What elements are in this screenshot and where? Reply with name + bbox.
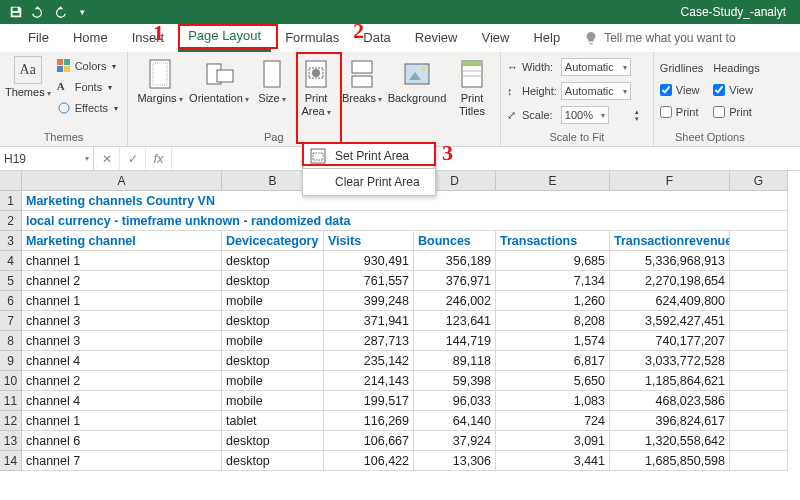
tab-help[interactable]: Help bbox=[523, 26, 570, 51]
cell[interactable]: Transactionrevenue bbox=[610, 231, 730, 251]
cell[interactable]: desktop bbox=[222, 271, 324, 291]
cell[interactable]: 3,592,427,451 bbox=[610, 311, 730, 331]
cell[interactable]: 399,248 bbox=[324, 291, 414, 311]
cell[interactable]: channel 1 bbox=[22, 411, 222, 431]
cell[interactable]: channel 7 bbox=[22, 451, 222, 471]
headings-print-checkbox[interactable]: Print bbox=[713, 106, 759, 118]
cell[interactable]: 3,441 bbox=[496, 451, 610, 471]
qat-customize[interactable]: ▾ bbox=[72, 2, 92, 22]
cell[interactable]: 199,517 bbox=[324, 391, 414, 411]
cell[interactable] bbox=[730, 271, 788, 291]
row-header[interactable]: 6 bbox=[0, 291, 22, 311]
cell[interactable]: 371,941 bbox=[324, 311, 414, 331]
col-header[interactable]: G bbox=[730, 171, 788, 191]
tab-data[interactable]: Data bbox=[353, 26, 400, 51]
row-header[interactable]: 14 bbox=[0, 451, 22, 471]
cell[interactable]: 1,320,558,642 bbox=[610, 431, 730, 451]
clear-print-area-item[interactable]: Clear Print Area bbox=[303, 169, 435, 195]
cell[interactable]: 144,719 bbox=[414, 331, 496, 351]
cell[interactable] bbox=[730, 371, 788, 391]
tab-page-layout[interactable]: Page Layout bbox=[178, 24, 271, 52]
themes-button[interactable]: Themes bbox=[5, 86, 51, 100]
cell[interactable]: Bounces bbox=[414, 231, 496, 251]
cell[interactable]: 6,817 bbox=[496, 351, 610, 371]
cell[interactable]: 106,422 bbox=[324, 451, 414, 471]
effects-button[interactable]: Effects▾ bbox=[53, 98, 122, 118]
row-header[interactable]: 1 bbox=[0, 191, 22, 211]
cell[interactable]: 37,924 bbox=[414, 431, 496, 451]
cell[interactable] bbox=[730, 431, 788, 451]
col-header[interactable]: E bbox=[496, 171, 610, 191]
cell[interactable]: Transactions bbox=[496, 231, 610, 251]
cell[interactable] bbox=[730, 311, 788, 331]
tab-review[interactable]: Review bbox=[405, 26, 468, 51]
cell[interactable]: Marketing channel bbox=[22, 231, 222, 251]
cell[interactable]: mobile bbox=[222, 291, 324, 311]
breaks-button[interactable]: Breaks bbox=[340, 54, 384, 108]
cell[interactable]: mobile bbox=[222, 331, 324, 351]
name-box[interactable]: H19 bbox=[0, 147, 94, 170]
cell[interactable]: channel 2 bbox=[22, 371, 222, 391]
cell[interactable]: desktop bbox=[222, 311, 324, 331]
cell[interactable]: 235,142 bbox=[324, 351, 414, 371]
cell[interactable]: channel 1 bbox=[22, 251, 222, 271]
cell[interactable]: channel 4 bbox=[22, 391, 222, 411]
cell[interactable]: channel 4 bbox=[22, 351, 222, 371]
formula-input[interactable] bbox=[172, 147, 800, 170]
cell[interactable]: 396,824,617 bbox=[610, 411, 730, 431]
cell[interactable]: channel 1 bbox=[22, 291, 222, 311]
save-button[interactable] bbox=[6, 2, 26, 22]
row-header[interactable]: 4 bbox=[0, 251, 22, 271]
orientation-button[interactable]: Orientation bbox=[188, 54, 250, 108]
col-header[interactable]: F bbox=[610, 171, 730, 191]
cell[interactable]: Visits bbox=[324, 231, 414, 251]
cell[interactable] bbox=[730, 391, 788, 411]
cell[interactable]: 89,118 bbox=[414, 351, 496, 371]
cell[interactable]: Devicecategory bbox=[222, 231, 324, 251]
cell[interactable]: 356,189 bbox=[414, 251, 496, 271]
cell[interactable] bbox=[730, 411, 788, 431]
tab-formulas[interactable]: Formulas bbox=[275, 26, 349, 51]
height-input[interactable]: Automatic bbox=[561, 82, 631, 100]
row-header[interactable]: 2 bbox=[0, 211, 22, 231]
cell[interactable] bbox=[730, 451, 788, 471]
cell[interactable]: 9,685 bbox=[496, 251, 610, 271]
tab-home[interactable]: Home bbox=[63, 26, 118, 51]
cell[interactable]: desktop bbox=[222, 251, 324, 271]
cell[interactable] bbox=[730, 231, 788, 251]
cell[interactable]: 624,409,800 bbox=[610, 291, 730, 311]
cell[interactable] bbox=[730, 251, 788, 271]
cell[interactable]: 106,667 bbox=[324, 431, 414, 451]
cell[interactable]: 214,143 bbox=[324, 371, 414, 391]
cell[interactable]: 468,023,586 bbox=[610, 391, 730, 411]
cell[interactable]: 740,177,207 bbox=[610, 331, 730, 351]
set-print-area-item[interactable]: Set Print Area bbox=[303, 143, 435, 169]
size-button[interactable]: Size bbox=[252, 54, 292, 108]
cell[interactable] bbox=[730, 331, 788, 351]
cell[interactable]: 123,641 bbox=[414, 311, 496, 331]
cell[interactable]: desktop bbox=[222, 431, 324, 451]
gridlines-view-checkbox[interactable]: View bbox=[660, 84, 703, 96]
fonts-button[interactable]: AFonts▾ bbox=[53, 77, 122, 97]
print-area-button[interactable]: Print Area bbox=[294, 54, 338, 121]
tell-me[interactable]: Tell me what you want to bbox=[584, 31, 735, 45]
cell[interactable]: 376,971 bbox=[414, 271, 496, 291]
row-header[interactable]: 11 bbox=[0, 391, 22, 411]
cell[interactable]: 8,208 bbox=[496, 311, 610, 331]
cell[interactable]: 3,033,772,528 bbox=[610, 351, 730, 371]
cell[interactable]: desktop bbox=[222, 451, 324, 471]
row-header[interactable]: 12 bbox=[0, 411, 22, 431]
cell[interactable]: 7,134 bbox=[496, 271, 610, 291]
enter-button[interactable]: ✓ bbox=[120, 147, 146, 170]
colors-button[interactable]: Colors▾ bbox=[53, 56, 122, 76]
cell[interactable]: 1,260 bbox=[496, 291, 610, 311]
cell[interactable]: 13,306 bbox=[414, 451, 496, 471]
cell[interactable]: desktop bbox=[222, 351, 324, 371]
undo-button[interactable] bbox=[28, 2, 48, 22]
cell[interactable]: channel 3 bbox=[22, 311, 222, 331]
cell[interactable]: 246,002 bbox=[414, 291, 496, 311]
cell[interactable]: 1,574 bbox=[496, 331, 610, 351]
cell[interactable] bbox=[730, 351, 788, 371]
row-header[interactable]: 10 bbox=[0, 371, 22, 391]
cell[interactable]: 1,185,864,621 bbox=[610, 371, 730, 391]
